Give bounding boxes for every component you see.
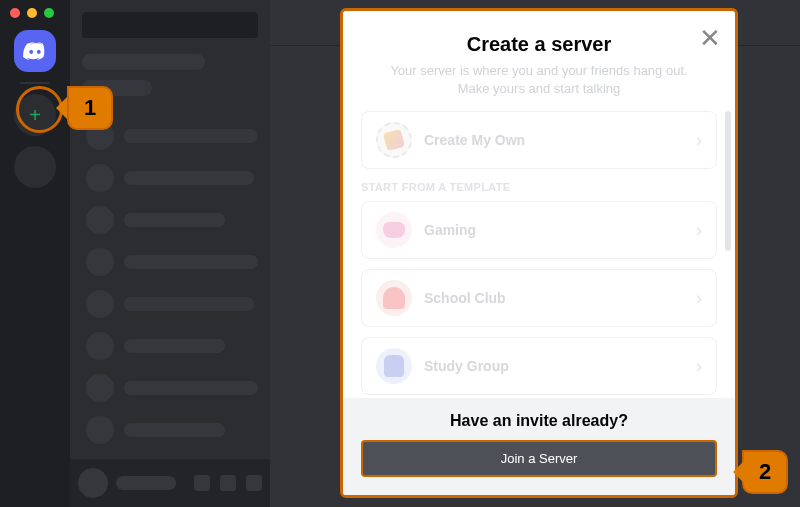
- chevron-right-icon: ›: [696, 356, 702, 377]
- callout-badge-1: 1: [67, 86, 113, 130]
- template-section-header: START FROM A TEMPLATE: [361, 181, 717, 193]
- chevron-right-icon: ›: [696, 220, 702, 241]
- option-label: School Club: [424, 290, 684, 306]
- create-my-own-option[interactable]: Create My Own ›: [361, 111, 717, 169]
- chevron-right-icon: ›: [696, 130, 702, 151]
- modal-title: Create a server: [363, 33, 715, 56]
- join-server-button[interactable]: Join a Server: [361, 440, 717, 477]
- option-label: Create My Own: [424, 132, 684, 148]
- maximize-window-icon[interactable]: [44, 8, 54, 18]
- template-school-club-option[interactable]: School Club ›: [361, 269, 717, 327]
- minimize-window-icon[interactable]: [27, 8, 37, 18]
- option-label: Gaming: [424, 222, 684, 238]
- window-traffic-lights: [10, 8, 54, 18]
- modal-header: Create a server Your server is where you…: [343, 11, 735, 103]
- template-gaming-option[interactable]: Gaming ›: [361, 201, 717, 259]
- modal-footer: Have an invite already? Join a Server: [343, 398, 735, 495]
- modal-subtitle: Your server is where you and your friend…: [363, 62, 715, 97]
- close-modal-button[interactable]: ✕: [699, 25, 721, 51]
- invite-prompt: Have an invite already?: [361, 412, 717, 430]
- modal-body: Create My Own › START FROM A TEMPLATE Ga…: [343, 103, 735, 398]
- study-group-icon: [376, 348, 412, 384]
- close-window-icon[interactable]: [10, 8, 20, 18]
- scrollbar[interactable]: [725, 111, 731, 251]
- create-server-modal: ✕ Create a server Your server is where y…: [340, 8, 738, 498]
- option-label: Study Group: [424, 358, 684, 374]
- modal-overlay: ✕ Create a server Your server is where y…: [0, 0, 800, 507]
- chevron-right-icon: ›: [696, 288, 702, 309]
- callout-badge-2: 2: [742, 450, 788, 494]
- template-study-group-option[interactable]: Study Group ›: [361, 337, 717, 395]
- gaming-icon: [376, 212, 412, 248]
- create-own-icon: [376, 122, 412, 158]
- school-club-icon: [376, 280, 412, 316]
